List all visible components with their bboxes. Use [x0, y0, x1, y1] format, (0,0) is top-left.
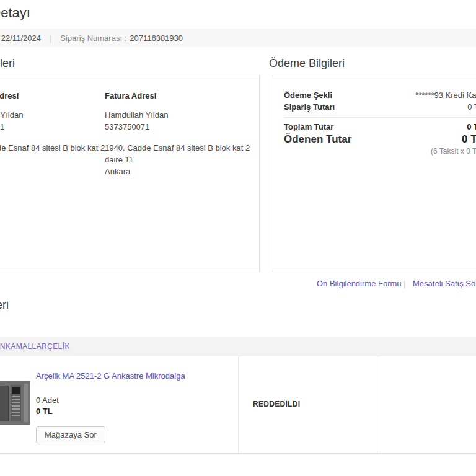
product-thumbnail[interactable] — [0, 381, 30, 425]
billing-name: Hamdullah Yıldan — [105, 109, 252, 121]
payment-row: Ödenen Tutar 0 TL — [284, 133, 476, 146]
shipping-city: Ankara — [0, 165, 107, 177]
shipping-address-line1: 1940. Cadde Esnaf 84 sitesi B blok kat 2 — [0, 142, 107, 154]
seller-name-link[interactable]: BANKAMALLARÇELİK — [0, 342, 70, 351]
billing-address-column: Fatura Adresi Hamdullah Yıldan 537375007… — [105, 90, 252, 177]
payment-method-value: ******93 Kredi Kartı — [415, 90, 476, 100]
ask-store-button[interactable]: Mağazaya Sor — [36, 426, 105, 443]
total-amount-value: 0 TL — [467, 122, 476, 131]
payment-section-heading: Ödeme Bilgileri — [269, 57, 345, 70]
microwave-door-art — [0, 386, 9, 421]
billing-address-line2: daire 11 — [105, 154, 252, 165]
product-quantity: 0 Adet — [36, 395, 59, 405]
address-section-heading: Adres Bilgileri — [0, 57, 15, 70]
microwave-buttons-art — [12, 396, 20, 417]
microwave-display-art — [12, 387, 20, 394]
order-meta-bar: Sipariş Tarihi : 22/11/2024 | Sipariş Nu… — [0, 29, 476, 47]
payment-row: Sipariş Tutarı 0 TL — [284, 102, 476, 112]
billing-address-line1: 1940. Cadde Esnaf 84 sitesi B blok kat 2 — [105, 142, 252, 154]
billing-address-title: Fatura Adresi — [105, 90, 252, 102]
product-title-link[interactable]: Arçelik MA 2521-2 G Ankastre Mikrodalga — [36, 371, 185, 381]
order-item-status: REDDEDİLDİ — [253, 400, 300, 408]
shipping-address-title: Teslimat Adresi — [0, 90, 107, 102]
payment-row: Toplam Tutar 0 TL — [284, 122, 476, 131]
shipping-name: Hamdullah Yıldan — [0, 109, 107, 121]
column-divider — [377, 356, 377, 453]
billing-city: Ankara — [105, 165, 252, 177]
shipping-phone: 5373750071 — [0, 121, 107, 133]
paid-amount-label: Ödenen Tutar — [284, 133, 351, 146]
total-amount-label: Toplam Tutar — [284, 122, 333, 131]
billing-phone: 5373750071 — [105, 121, 252, 133]
payment-method-label: Ödeme Şekli — [284, 90, 332, 100]
order-number-label: Sipariş Numarası : — [60, 33, 126, 43]
installment-note: (6 Taksit x 0 TL) — [284, 147, 476, 156]
links-separator: | — [403, 279, 405, 288]
order-detail-page: Sipariş Detayı Sipariş Tarihi : 22/11/20… — [0, 0, 476, 476]
shipping-address-column: Teslimat Adresi Hamdullah Yıldan 5373750… — [0, 90, 107, 177]
payment-row: Ödeme Şekli ******93 Kredi Kartı — [284, 90, 476, 100]
paid-amount-value: 0 TL — [462, 133, 476, 146]
seller-bar: BANKAMALLARÇELİK — [0, 337, 476, 356]
address-card: Teslimat Adresi Hamdullah Yıldan 5373750… — [0, 76, 260, 271]
product-price: 0 TL — [36, 407, 53, 416]
products-section-heading: Ürün Bilgileri — [0, 299, 9, 312]
page-title: Sipariş Detayı — [0, 5, 30, 21]
payment-divider — [284, 117, 476, 118]
order-amount-value: 0 TL — [467, 102, 476, 112]
order-amount-label: Sipariş Tutarı — [284, 102, 335, 112]
microwave-edge-art — [24, 384, 28, 422]
pre-information-form-link[interactable]: Ön Bilgilendirme Formu — [317, 279, 402, 288]
column-divider — [238, 356, 239, 453]
meta-separator: | — [50, 33, 51, 43]
payment-card: Ödeme Şekli ******93 Kredi Kartı Sipariş… — [271, 76, 476, 271]
order-number-value: 207116381930 — [130, 33, 183, 43]
distance-sales-contract-link[interactable]: Mesafeli Satış Sözleşmesi — [413, 279, 476, 288]
shipping-address-line2: daire 11 — [0, 154, 107, 165]
order-date-value: 22/11/2024 — [1, 33, 41, 43]
